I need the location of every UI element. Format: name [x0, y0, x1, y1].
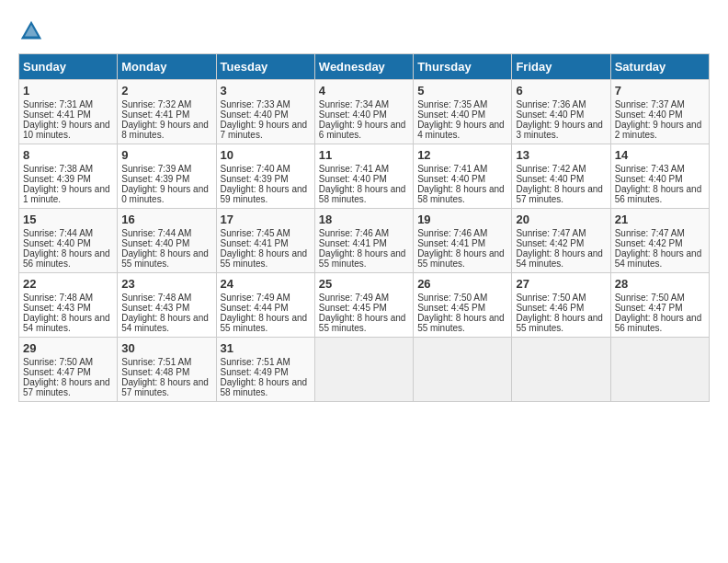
- sunset: Sunset: 4:40 PM: [319, 109, 387, 120]
- day-number: 14: [615, 148, 705, 162]
- sunset: Sunset: 4:40 PM: [23, 238, 91, 248]
- sunrise: Sunrise: 7:34 AM: [319, 99, 389, 109]
- daylight: Daylight: 8 hours and 55 minutes.: [319, 248, 406, 269]
- sunrise: Sunrise: 7:41 AM: [319, 164, 389, 174]
- sunrise: Sunrise: 7:41 AM: [417, 164, 487, 174]
- calendar-cell: 20 Sunrise: 7:47 AM Sunset: 4:42 PM Dayl…: [512, 209, 610, 273]
- daylight: Daylight: 9 hours and 3 minutes.: [516, 120, 603, 140]
- sunset: Sunset: 4:40 PM: [121, 238, 189, 248]
- calendar-cell: [610, 338, 709, 402]
- sunrise: Sunrise: 7:31 AM: [23, 99, 93, 109]
- sunset: Sunset: 4:49 PM: [221, 367, 289, 377]
- sunrise: Sunrise: 7:36 AM: [516, 99, 586, 109]
- day-number: 7: [615, 84, 705, 98]
- calendar-cell: 15 Sunrise: 7:44 AM Sunset: 4:40 PM Dayl…: [19, 209, 118, 273]
- calendar-cell: 21 Sunrise: 7:47 AM Sunset: 4:42 PM Dayl…: [610, 209, 709, 273]
- calendar-cell: 1 Sunrise: 7:31 AM Sunset: 4:41 PM Dayli…: [19, 80, 118, 144]
- sunrise: Sunrise: 7:43 AM: [615, 164, 685, 174]
- daylight: Daylight: 8 hours and 56 minutes.: [23, 248, 110, 269]
- sunrise: Sunrise: 7:35 AM: [417, 99, 487, 109]
- sunrise: Sunrise: 7:49 AM: [319, 293, 389, 303]
- sunset: Sunset: 4:40 PM: [417, 109, 485, 120]
- calendar-cell: 10 Sunrise: 7:40 AM Sunset: 4:39 PM Dayl…: [216, 144, 314, 209]
- day-number: 29: [23, 341, 113, 355]
- calendar-cell: 19 Sunrise: 7:46 AM Sunset: 4:41 PM Dayl…: [414, 209, 512, 273]
- sunset: Sunset: 4:40 PM: [615, 109, 683, 120]
- calendar-cell: 4 Sunrise: 7:34 AM Sunset: 4:40 PM Dayli…: [314, 80, 413, 144]
- day-number: 22: [23, 277, 113, 291]
- day-number: 1: [23, 84, 113, 98]
- calendar-cell: 18 Sunrise: 7:46 AM Sunset: 4:41 PM Dayl…: [314, 209, 413, 273]
- day-number: 21: [615, 213, 705, 226]
- calendar-week-row: 1 Sunrise: 7:31 AM Sunset: 4:41 PM Dayli…: [19, 80, 710, 144]
- daylight: Daylight: 8 hours and 55 minutes.: [516, 313, 603, 333]
- sunset: Sunset: 4:41 PM: [23, 109, 91, 120]
- daylight: Daylight: 8 hours and 59 minutes.: [221, 184, 308, 204]
- day-number: 28: [615, 277, 705, 291]
- sunset: Sunset: 4:44 PM: [221, 303, 289, 313]
- calendar-cell: 9 Sunrise: 7:39 AM Sunset: 4:39 PM Dayli…: [118, 144, 216, 209]
- calendar-cell: 5 Sunrise: 7:35 AM Sunset: 4:40 PM Dayli…: [414, 80, 512, 144]
- page-header: [18, 18, 710, 44]
- daylight: Daylight: 8 hours and 58 minutes.: [417, 184, 505, 204]
- sunrise: Sunrise: 7:46 AM: [319, 228, 389, 238]
- sunrise: Sunrise: 7:46 AM: [417, 228, 487, 238]
- daylight: Daylight: 8 hours and 56 minutes.: [615, 313, 702, 333]
- day-number: 9: [121, 148, 211, 162]
- daylight: Daylight: 9 hours and 2 minutes.: [615, 120, 702, 140]
- daylight: Daylight: 9 hours and 7 minutes.: [221, 120, 308, 140]
- calendar-cell: 11 Sunrise: 7:41 AM Sunset: 4:40 PM Dayl…: [314, 144, 413, 209]
- daylight: Daylight: 8 hours and 54 minutes.: [23, 313, 110, 333]
- day-number: 18: [319, 213, 409, 226]
- sunset: Sunset: 4:40 PM: [417, 174, 485, 184]
- day-number: 26: [417, 277, 507, 291]
- daylight: Daylight: 8 hours and 54 minutes.: [121, 313, 209, 333]
- calendar-cell: 8 Sunrise: 7:38 AM Sunset: 4:39 PM Dayli…: [19, 144, 118, 209]
- sunrise: Sunrise: 7:50 AM: [23, 357, 93, 367]
- calendar-cell: 17 Sunrise: 7:45 AM Sunset: 4:41 PM Dayl…: [216, 209, 314, 273]
- sunset: Sunset: 4:42 PM: [615, 238, 683, 248]
- calendar-cell: 27 Sunrise: 7:50 AM Sunset: 4:46 PM Dayl…: [512, 273, 610, 338]
- daylight: Daylight: 8 hours and 57 minutes.: [121, 377, 209, 397]
- sunset: Sunset: 4:40 PM: [516, 174, 584, 184]
- sunset: Sunset: 4:47 PM: [615, 303, 683, 313]
- daylight: Daylight: 9 hours and 8 minutes.: [121, 120, 209, 140]
- sunrise: Sunrise: 7:38 AM: [23, 164, 93, 174]
- sunrise: Sunrise: 7:48 AM: [23, 293, 93, 303]
- sunset: Sunset: 4:39 PM: [121, 174, 189, 184]
- sunset: Sunset: 4:39 PM: [221, 174, 289, 184]
- sunrise: Sunrise: 7:45 AM: [221, 228, 290, 238]
- daylight: Daylight: 9 hours and 0 minutes.: [121, 184, 209, 204]
- day-number: 11: [319, 148, 409, 162]
- day-number: 10: [221, 148, 311, 162]
- daylight: Daylight: 8 hours and 55 minutes.: [221, 313, 308, 333]
- column-header-wednesday: Wednesday: [314, 54, 413, 80]
- logo: [18, 18, 48, 44]
- sunset: Sunset: 4:43 PM: [23, 303, 91, 313]
- calendar-week-row: 8 Sunrise: 7:38 AM Sunset: 4:39 PM Dayli…: [19, 144, 710, 209]
- sunset: Sunset: 4:40 PM: [319, 174, 387, 184]
- day-number: 30: [121, 341, 211, 355]
- day-number: 2: [121, 84, 211, 98]
- day-number: 17: [221, 213, 311, 226]
- calendar-cell: 29 Sunrise: 7:50 AM Sunset: 4:47 PM Dayl…: [19, 338, 118, 402]
- calendar-cell: 31 Sunrise: 7:51 AM Sunset: 4:49 PM Dayl…: [216, 338, 314, 402]
- calendar-cell: 16 Sunrise: 7:44 AM Sunset: 4:40 PM Dayl…: [118, 209, 216, 273]
- daylight: Daylight: 9 hours and 6 minutes.: [319, 120, 406, 140]
- daylight: Daylight: 8 hours and 55 minutes.: [417, 313, 505, 333]
- sunrise: Sunrise: 7:50 AM: [615, 293, 685, 303]
- sunset: Sunset: 4:48 PM: [121, 367, 189, 377]
- column-header-thursday: Thursday: [414, 54, 512, 80]
- daylight: Daylight: 8 hours and 57 minutes.: [23, 377, 110, 397]
- day-number: 27: [516, 277, 606, 291]
- day-number: 15: [23, 213, 113, 226]
- logo-icon: [18, 18, 44, 44]
- column-header-friday: Friday: [512, 54, 610, 80]
- sunrise: Sunrise: 7:33 AM: [221, 99, 290, 109]
- sunrise: Sunrise: 7:32 AM: [121, 99, 191, 109]
- day-number: 13: [516, 148, 606, 162]
- calendar-cell: 26 Sunrise: 7:50 AM Sunset: 4:45 PM Dayl…: [414, 273, 512, 338]
- sunrise: Sunrise: 7:44 AM: [121, 228, 191, 238]
- daylight: Daylight: 8 hours and 55 minutes.: [417, 248, 505, 269]
- sunset: Sunset: 4:45 PM: [319, 303, 387, 313]
